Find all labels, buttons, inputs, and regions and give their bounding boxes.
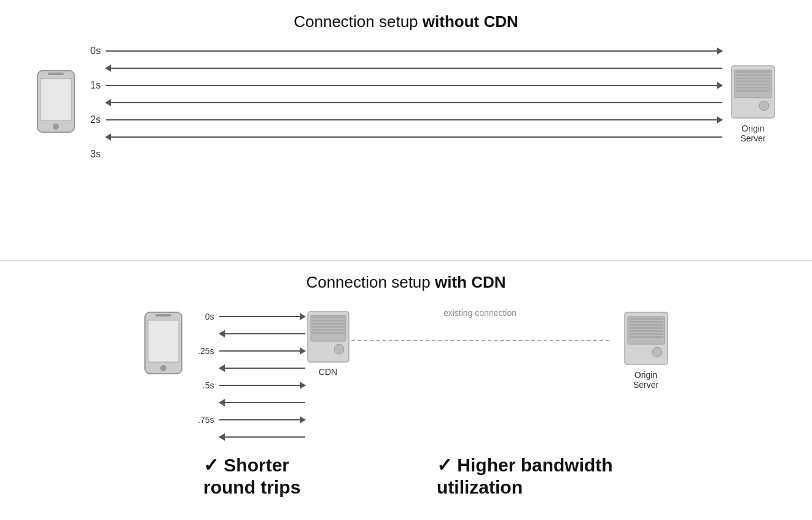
- top-title: Connection setup without CDN: [294, 12, 518, 31]
- svg-rect-8: [736, 77, 770, 79]
- svg-rect-24: [312, 329, 345, 331]
- svg-rect-21: [312, 320, 345, 321]
- arrow-left-1: [106, 102, 722, 103]
- svg-rect-6: [736, 71, 770, 73]
- svg-rect-15: [148, 320, 179, 362]
- svg-rect-33: [629, 330, 663, 332]
- origin-server-bottom: OriginServer: [622, 309, 671, 390]
- svg-rect-25: [312, 332, 345, 334]
- svg-rect-22: [312, 323, 345, 325]
- existing-connection-label: existing connection: [443, 308, 517, 318]
- cdn-arrows: 0s .25s .5s: [191, 308, 305, 446]
- svg-rect-19: [311, 315, 346, 341]
- benefit-shorter-trips: ✓ Shorterround trips: [203, 454, 437, 498]
- svg-rect-20: [312, 317, 345, 318]
- arrow-row-2: 1s: [77, 77, 722, 94]
- arrow-row-5: [77, 128, 722, 146]
- phone-icon: [34, 68, 77, 138]
- cdn-arrow-row-3: [191, 360, 305, 377]
- origin-server-top-label: OriginServer: [740, 124, 765, 143]
- cdn-server: CDN: [305, 309, 351, 377]
- cdn-arrow-row-7: [191, 428, 305, 446]
- existing-connection-area: existing connection: [351, 321, 609, 341]
- phone-icon-bottom: [142, 309, 185, 379]
- svg-rect-29: [629, 318, 663, 320]
- arrow-left-0: [106, 68, 722, 69]
- svg-rect-16: [155, 314, 171, 317]
- arrow-row-1: [77, 60, 722, 77]
- svg-point-26: [334, 344, 344, 354]
- svg-rect-34: [629, 333, 663, 335]
- svg-point-13: [759, 101, 769, 111]
- cdn-arrow-row-0: 0s: [191, 308, 305, 325]
- arrow-left-2: [106, 136, 722, 138]
- svg-rect-31: [629, 324, 663, 326]
- svg-rect-30: [629, 321, 663, 323]
- svg-rect-35: [629, 336, 663, 338]
- benefit-higher-bandwidth: ✓ Higher bandwidthutilization: [437, 454, 670, 498]
- bottom-title: Connection setup with CDN: [306, 273, 506, 292]
- cdn-arrow-row-2: .25s: [191, 342, 305, 360]
- bottom-section: Connection setup with CDN 0s .25s: [0, 261, 812, 521]
- svg-rect-9: [736, 81, 770, 82]
- arrow-row-0: 0s: [77, 42, 722, 60]
- svg-point-3: [53, 124, 59, 130]
- cdn-diagram: 0s .25s .5s: [25, 303, 787, 446]
- svg-rect-32: [629, 327, 663, 329]
- svg-rect-23: [312, 326, 345, 328]
- cdn-arrow-row-1: [191, 325, 305, 342]
- top-diagram: 0s 1s 2s 3s: [25, 42, 787, 163]
- arrow-right-1: [106, 85, 722, 86]
- arrow-row-4: 2s: [77, 111, 722, 128]
- svg-rect-1: [41, 79, 71, 120]
- svg-rect-10: [736, 84, 770, 85]
- arrow-right-0: [106, 50, 722, 52]
- cdn-arrow-row-6: .75s: [191, 411, 305, 428]
- benefits-row: ✓ Shorterround trips ✓ Higher bandwidthu…: [25, 454, 787, 498]
- cdn-label: CDN: [319, 367, 337, 377]
- origin-server-bottom-label: OriginServer: [633, 370, 658, 390]
- svg-rect-11: [736, 87, 770, 89]
- cdn-arrow-row-5: [191, 394, 305, 411]
- arrow-row-3: [77, 94, 722, 111]
- top-arrows-area: 0s 1s 2s 3s: [77, 42, 722, 163]
- arrow-right-2: [106, 119, 722, 120]
- dotted-line: [351, 340, 609, 341]
- origin-server-top: OriginServer: [728, 63, 778, 143]
- svg-rect-2: [48, 73, 64, 75]
- svg-point-17: [160, 365, 166, 371]
- svg-point-36: [652, 347, 662, 357]
- arrow-row-6: 3s: [77, 146, 722, 163]
- svg-rect-7: [736, 74, 770, 76]
- svg-rect-12: [736, 90, 770, 92]
- top-section: Connection setup without CDN 0s 1s: [0, 0, 812, 260]
- cdn-arrow-row-4: .5s: [191, 377, 305, 394]
